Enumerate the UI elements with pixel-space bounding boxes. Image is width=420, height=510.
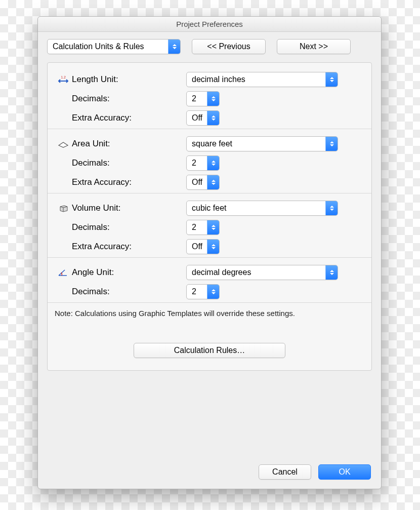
- area-decimals-label: Decimals:: [72, 158, 186, 168]
- updown-icon: [325, 201, 338, 215]
- area-extra-label: Extra Accuracy:: [72, 177, 186, 187]
- angle-decimals-select[interactable]: 2: [186, 284, 220, 299]
- svg-text:1.2: 1.2: [61, 75, 66, 79]
- area-unit-label: Area Unit:: [72, 139, 186, 149]
- category-select[interactable]: Calculation Units & Rules: [47, 39, 181, 54]
- updown-icon: [207, 175, 219, 189]
- area-unit-select[interactable]: square feet: [186, 136, 338, 151]
- calculation-rules-button[interactable]: Calculation Rules…: [134, 343, 285, 358]
- area-section: Area Unit: square feet Decimals: 2 Extra…: [48, 129, 371, 193]
- svg-marker-2: [59, 142, 68, 147]
- volume-extra-label: Extra Accuracy:: [72, 242, 186, 252]
- note-text: Note: Calculations using Graphic Templat…: [48, 302, 371, 323]
- window-title: Project Preferences: [38, 17, 381, 32]
- cancel-button[interactable]: Cancel: [259, 464, 311, 480]
- updown-icon: [207, 156, 219, 170]
- updown-icon: [325, 265, 338, 280]
- updown-icon: [168, 40, 180, 54]
- length-section: 1.2 Length Unit: decimal inches Decimals…: [48, 65, 371, 129]
- length-decimals-select[interactable]: 2: [186, 91, 220, 106]
- area-extra-value: Off: [192, 178, 202, 187]
- volume-unit-select[interactable]: cubic feet: [186, 201, 338, 216]
- length-unit-value: decimal inches: [192, 75, 245, 84]
- length-decimals-label: Decimals:: [72, 94, 186, 104]
- ok-button[interactable]: OK: [318, 464, 371, 480]
- updown-icon: [207, 240, 219, 254]
- volume-icon: [57, 204, 69, 213]
- volume-decimals-label: Decimals:: [72, 222, 186, 232]
- length-extra-value: Off: [192, 113, 202, 123]
- next-button[interactable]: Next >>: [277, 39, 351, 54]
- angle-decimals-label: Decimals:: [72, 287, 186, 297]
- angle-section: Angle Unit: decimal degrees Decimals: 2: [48, 257, 371, 302]
- updown-icon: [207, 92, 219, 106]
- dialog-footer: Cancel OK: [38, 456, 381, 489]
- angle-unit-select[interactable]: decimal degrees: [186, 265, 338, 280]
- updown-icon: [325, 72, 338, 87]
- updown-icon: [207, 220, 219, 234]
- settings-panel: 1.2 Length Unit: decimal inches Decimals…: [47, 62, 372, 371]
- svg-marker-3: [60, 206, 67, 212]
- angle-decimals-value: 2: [192, 287, 196, 296]
- angle-unit-label: Angle Unit:: [72, 267, 186, 278]
- length-unit-select[interactable]: decimal inches: [186, 72, 338, 87]
- volume-section: Volume Unit: cubic feet Decimals: 2 Extr…: [48, 193, 371, 257]
- area-decimals-select[interactable]: 2: [186, 155, 220, 171]
- preferences-window: Project Preferences Calculation Units & …: [37, 16, 382, 489]
- length-unit-label: Length Unit:: [72, 74, 186, 85]
- volume-unit-value: cubic feet: [192, 204, 226, 213]
- updown-icon: [207, 111, 219, 125]
- category-select-value: Calculation Units & Rules: [53, 42, 144, 51]
- area-unit-value: square feet: [192, 139, 232, 148]
- previous-button[interactable]: << Previous: [192, 39, 266, 54]
- angle-unit-value: decimal degrees: [192, 268, 251, 277]
- length-icon: 1.2: [57, 75, 69, 84]
- updown-icon: [325, 137, 338, 151]
- angle-icon: [57, 268, 69, 277]
- area-extra-select[interactable]: Off: [186, 175, 220, 190]
- length-extra-select[interactable]: Off: [186, 110, 220, 126]
- volume-extra-select[interactable]: Off: [186, 239, 220, 254]
- updown-icon: [207, 285, 219, 299]
- volume-decimals-select[interactable]: 2: [186, 220, 220, 235]
- length-extra-label: Extra Accuracy:: [72, 113, 186, 123]
- nav-row: Calculation Units & Rules << Previous Ne…: [38, 32, 381, 60]
- area-decimals-value: 2: [192, 159, 196, 168]
- area-icon: [57, 139, 69, 148]
- volume-extra-value: Off: [192, 242, 202, 251]
- volume-unit-label: Volume Unit:: [72, 203, 186, 213]
- volume-decimals-value: 2: [192, 223, 196, 232]
- length-decimals-value: 2: [192, 94, 196, 103]
